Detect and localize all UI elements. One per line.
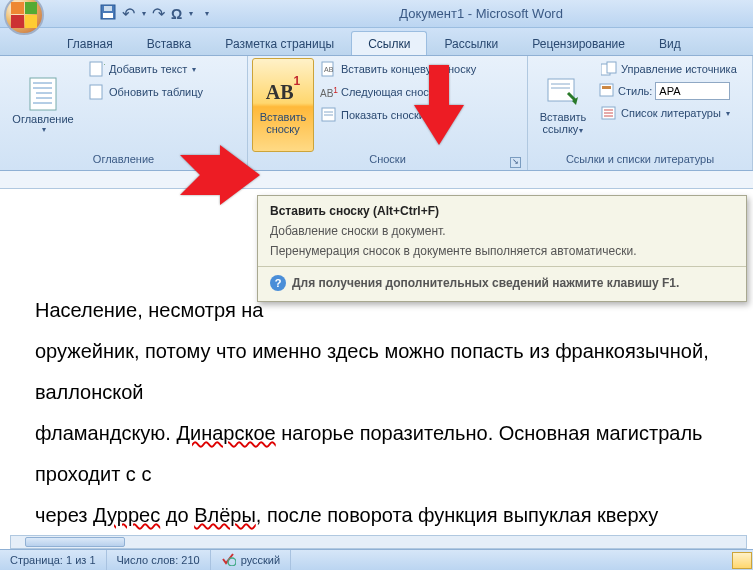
- tooltip-body-1: Добавление сноски в документ.: [270, 224, 734, 238]
- citation-style-row: Стиль:: [596, 81, 742, 101]
- insert-footnote-button[interactable]: AB1 Вставить сноску: [252, 58, 314, 152]
- tab-review[interactable]: Рецензирование: [515, 31, 642, 55]
- svg-marker-29: [180, 145, 260, 205]
- update-icon: !: [89, 84, 105, 100]
- endnote-icon: AB: [321, 61, 337, 77]
- style-label: Стиль:: [618, 85, 652, 97]
- svg-point-31: [228, 558, 236, 566]
- add-text-icon: +: [89, 61, 105, 77]
- show-notes-icon: [321, 107, 337, 123]
- group-citations-label: Ссылки и списки литературы: [532, 152, 748, 170]
- save-icon[interactable]: [100, 4, 116, 23]
- svg-text:AB: AB: [324, 66, 334, 73]
- ribbon-tabs: Главная Вставка Разметка страницы Ссылки…: [0, 28, 753, 56]
- document-text[interactable]: Население, несмотря на оружейник, потому…: [35, 290, 743, 570]
- group-citations: Вставить ссылку▾ Управление источника Ст…: [528, 56, 753, 170]
- tooltip-insert-footnote: Вставить сноску (Alt+Ctrl+F) Добавление …: [257, 195, 747, 302]
- manage-sources-button[interactable]: Управление источника: [596, 58, 742, 80]
- tab-view[interactable]: Вид: [642, 31, 698, 55]
- view-buttons: [731, 552, 753, 569]
- tab-insert[interactable]: Вставка: [130, 31, 209, 55]
- svg-rect-2: [104, 6, 112, 11]
- footnote-icon: AB1: [266, 75, 300, 109]
- svg-rect-11: [90, 85, 102, 99]
- status-page[interactable]: Страница: 1 из 1: [0, 550, 107, 570]
- citation-icon: [546, 75, 580, 109]
- svg-rect-1: [103, 13, 113, 18]
- status-word-count[interactable]: Число слов: 210: [107, 550, 211, 570]
- svg-text:!: !: [104, 84, 105, 94]
- omega-menu-chevron-icon[interactable]: ▾: [189, 9, 193, 18]
- ribbon: Оглавление ▾ + Добавить текст▾ ! Обновит…: [0, 56, 753, 171]
- svg-rect-9: [90, 62, 102, 76]
- spellcheck-icon: [221, 552, 236, 568]
- toc-label: Оглавление: [12, 113, 73, 125]
- citation-style-select[interactable]: [655, 82, 730, 100]
- toc-icon: [26, 77, 60, 111]
- next-footnote-icon: AB1: [321, 84, 337, 100]
- svg-rect-24: [602, 86, 611, 89]
- scroll-thumb[interactable]: [25, 537, 125, 547]
- group-footnotes: AB1 Вставить сноску AB Вставить концевую…: [248, 56, 528, 170]
- ruler[interactable]: [0, 171, 753, 189]
- undo-menu-chevron-icon[interactable]: ▾: [142, 9, 146, 18]
- annotation-arrow-2: [404, 60, 474, 154]
- add-text-button[interactable]: + Добавить текст▾: [84, 58, 208, 80]
- tab-home[interactable]: Главная: [50, 31, 130, 55]
- svg-rect-18: [548, 79, 574, 101]
- tooltip-help: ? Для получения дополнительных сведений …: [270, 275, 734, 291]
- toc-button[interactable]: Оглавление ▾: [4, 58, 82, 152]
- tab-mailings[interactable]: Рассылки: [427, 31, 515, 55]
- horizontal-scrollbar[interactable]: [10, 535, 747, 549]
- omega-icon[interactable]: Ω: [171, 6, 182, 22]
- status-language[interactable]: русский: [211, 550, 291, 570]
- window-title: Документ1 - Microsoft Word: [209, 6, 753, 21]
- footnotes-dialog-launcher-icon[interactable]: ↘: [510, 157, 521, 168]
- bibliography-button[interactable]: Список литературы▾: [596, 102, 742, 124]
- status-bar: Страница: 1 из 1 Число слов: 210 русский: [0, 549, 753, 570]
- tooltip-body-2: Перенумерация сносок в документе выполня…: [270, 244, 734, 258]
- titlebar: ↶ ▾ ↷ Ω ▾ ▾ Документ1 - Microsoft Word: [0, 0, 753, 28]
- svg-rect-23: [600, 84, 613, 96]
- tooltip-title: Вставить сноску (Alt+Ctrl+F): [270, 204, 734, 218]
- update-table-button[interactable]: ! Обновить таблицу: [84, 81, 208, 103]
- svg-text:+: +: [104, 61, 105, 70]
- insert-citation-button[interactable]: Вставить ссылку▾: [532, 58, 594, 152]
- redo-icon[interactable]: ↷: [152, 4, 165, 23]
- annotation-arrow-1: [170, 145, 260, 229]
- undo-icon[interactable]: ↶: [122, 4, 135, 23]
- svg-marker-30: [414, 65, 464, 145]
- svg-rect-22: [607, 62, 616, 73]
- style-icon: [599, 82, 615, 100]
- tab-page-layout[interactable]: Разметка страницы: [208, 31, 351, 55]
- group-footnotes-label: Сноски ↘: [252, 152, 523, 170]
- view-print-layout-button[interactable]: [732, 552, 752, 569]
- tab-references[interactable]: Ссылки: [351, 31, 427, 55]
- quick-access-toolbar: ↶ ▾ ↷ Ω ▾ ▾: [100, 4, 209, 23]
- help-icon: ?: [270, 275, 286, 291]
- manage-sources-icon: [601, 61, 617, 77]
- chevron-down-icon: ▾: [42, 125, 46, 134]
- bibliography-icon: [601, 105, 617, 121]
